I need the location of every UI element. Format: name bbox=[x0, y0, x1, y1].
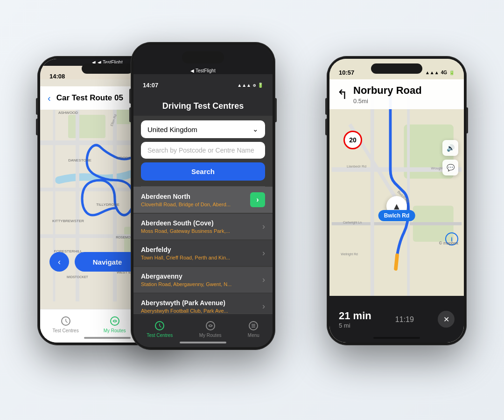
country-value: United Kingdom bbox=[147, 126, 197, 133]
centre-info-3: Abergavenny Station Road, Abergavenny, G… bbox=[141, 273, 262, 287]
country-selector[interactable]: United Kingdom ⌄ bbox=[141, 120, 265, 138]
nav-test-centres-left[interactable]: Test Centres bbox=[53, 315, 79, 333]
list-item[interactable]: Abergavenny Station Road, Abergavenny, G… bbox=[133, 267, 273, 293]
search-button[interactable]: Search bbox=[141, 162, 265, 181]
search-input-field[interactable]: Search by Postcode or Centre Name bbox=[141, 142, 265, 159]
centre-address-0: Cloverhill Road, Bridge of Don, Aberd... bbox=[141, 202, 250, 207]
g-icon-right: 4G bbox=[441, 70, 447, 75]
center-header: Driving Test Centres bbox=[133, 95, 273, 116]
bwlch-label: Bwlch Rd bbox=[378, 210, 415, 221]
centre-name-4: Aberystwyth (Park Avenue) bbox=[141, 299, 262, 307]
search-placeholder: Search by Postcode or Centre Name bbox=[147, 147, 254, 154]
svg-rect-1 bbox=[68, 115, 105, 138]
back-button-left[interactable]: ‹ bbox=[48, 93, 51, 104]
distance-label: 0.5mi bbox=[353, 98, 422, 105]
street-name: Norbury Road bbox=[353, 84, 422, 97]
chevron-right-icon-3: › bbox=[262, 275, 265, 285]
center-volume-up[interactable] bbox=[129, 89, 131, 104]
centre-address-3: Station Road, Abergavenny, Gwent, N... bbox=[141, 281, 262, 287]
svg-text:MIDSTOCKET: MIDSTOCKET bbox=[67, 275, 88, 279]
eta-time: 21 min bbox=[339, 310, 371, 322]
close-icon: ✕ bbox=[443, 315, 449, 324]
nav-header-right: ↰ Norbury Road 0.5mi bbox=[329, 79, 464, 109]
status-icons-right: ▲▲▲ 4G 🔋 bbox=[425, 70, 455, 75]
status-icons-center: ▲▲▲ ⌾ 🔋 bbox=[237, 83, 263, 88]
map-area-right: Llanbedr Rd Bwlch Rd Wroughton Pl Cartwr… bbox=[329, 79, 464, 296]
eta-distance: 5 mi bbox=[339, 322, 371, 329]
nav-my-routes-left[interactable]: My Routes bbox=[104, 315, 126, 333]
right-volume-up[interactable] bbox=[325, 98, 327, 115]
time-center: 14:07 bbox=[143, 82, 158, 89]
chevron-down-icon: ⌄ bbox=[252, 125, 259, 133]
right-power-btn[interactable] bbox=[466, 107, 468, 133]
right-volume-down[interactable] bbox=[325, 119, 327, 135]
navigate-button[interactable]: Navigate bbox=[75, 252, 140, 272]
volume-up-btn[interactable] bbox=[36, 98, 38, 115]
eta-clock: 11:19 bbox=[395, 315, 414, 324]
wifi-icon-center: ⌾ bbox=[253, 83, 256, 88]
signal-icon-right: ▲▲▲ bbox=[425, 70, 439, 75]
speed-limit-value: 20 bbox=[349, 136, 357, 144]
testflight-label-center: ◀ TestFlight bbox=[190, 68, 215, 73]
nav-label-menu-center: Menu bbox=[248, 333, 259, 338]
svg-text:KITTYBREWSTER: KITTYBREWSTER bbox=[52, 219, 84, 223]
battery-icon-right: 🔋 bbox=[449, 70, 455, 75]
menu-icon-center bbox=[248, 320, 259, 331]
list-item[interactable]: Aberdeen South (Cove) Moss Road, Gateway… bbox=[133, 214, 273, 239]
my-routes-icon bbox=[109, 315, 120, 327]
list-item[interactable]: Aberystwyth (Park Avenue) Aberystwyth Fo… bbox=[133, 294, 273, 314]
eta-panel: 21 min 5 mi 11:19 ✕ bbox=[329, 296, 464, 343]
centre-address-4: Aberystwyth Football Club, Park Ave... bbox=[141, 308, 262, 314]
home-indicator-right bbox=[373, 337, 420, 339]
list-item[interactable]: Aberfeldy Town Hall, Crieff Road, Perth … bbox=[133, 240, 273, 266]
home-indicator-left bbox=[84, 337, 131, 339]
nav-menu-center[interactable]: Menu bbox=[248, 320, 259, 338]
center-volume-down[interactable] bbox=[129, 107, 131, 122]
svg-text:Wellright Rd: Wellright Rd bbox=[341, 252, 358, 256]
nav-label-test-centres: Test Centres bbox=[53, 328, 79, 333]
time-left: 14:08 bbox=[49, 73, 65, 80]
svg-text:TILLYDRONE: TILLYDRONE bbox=[96, 203, 119, 207]
chat-button[interactable]: 💬 bbox=[442, 160, 458, 175]
test-centres-icon-center bbox=[154, 320, 165, 331]
dynamic-island-center bbox=[182, 51, 224, 63]
chevron-right-icon-1: › bbox=[262, 222, 265, 231]
chevron-right-icon-0: › bbox=[250, 192, 265, 207]
centre-name-1: Aberdeen South (Cove) bbox=[141, 219, 262, 227]
close-button[interactable]: ✕ bbox=[438, 311, 455, 328]
signal-icon-center: ▲▲▲ bbox=[237, 83, 251, 88]
centre-list: Aberdeen North Cloverhill Road, Bridge o… bbox=[133, 187, 273, 314]
list-item[interactable]: Aberdeen North Cloverhill Road, Bridge o… bbox=[133, 187, 273, 213]
speed-limit-sign: 20 bbox=[343, 131, 362, 149]
nav-test-centres-center[interactable]: Test Centres bbox=[147, 320, 173, 338]
centre-info-2: Aberfeldy Town Hall, Crieff Road, Perth … bbox=[141, 246, 262, 260]
map-svg-right: Llanbedr Rd Bwlch Rd Wroughton Pl Cartwr… bbox=[329, 79, 464, 296]
nav-label-my-routes: My Routes bbox=[104, 328, 126, 333]
phones-container: ◀ ◀ TestFlight 14:08 ▲▲▲ 🔋 ‹ Car Test Ro… bbox=[23, 19, 481, 401]
centre-name-2: Aberfeldy bbox=[141, 246, 262, 253]
my-routes-icon-center bbox=[205, 320, 216, 331]
center-power-btn[interactable] bbox=[275, 98, 277, 122]
chevron-right-icon-2: › bbox=[262, 248, 265, 258]
nav-label-my-routes-center: My Routes bbox=[199, 333, 222, 338]
volume-down-btn[interactable] bbox=[36, 119, 38, 135]
svg-text:Llanbedr Rd: Llanbedr Rd bbox=[347, 164, 366, 168]
right-phone-screen: 10:57 ▲▲▲ 4G 🔋 ↰ Norbury Road 0.5mi bbox=[329, 59, 464, 343]
svg-text:DANESTONE: DANESTONE bbox=[68, 158, 91, 162]
nav-my-routes-center[interactable]: My Routes bbox=[199, 320, 222, 338]
mapbox-attribution: © mapbox bbox=[439, 241, 458, 245]
svg-point-34 bbox=[206, 322, 215, 330]
test-centres-icon bbox=[60, 315, 71, 327]
prev-route-btn[interactable]: ‹ bbox=[49, 252, 69, 272]
volume-button[interactable]: 🔊 bbox=[442, 140, 458, 156]
centre-address-1: Moss Road, Gateway Business Park,... bbox=[141, 228, 262, 234]
svg-point-28 bbox=[111, 317, 119, 325]
left-notch bbox=[82, 63, 133, 74]
center-title: Driving Test Centres bbox=[141, 101, 265, 111]
centre-info-1: Aberdeen South (Cove) Moss Road, Gateway… bbox=[141, 219, 262, 234]
time-right: 10:57 bbox=[339, 69, 354, 76]
phone-right: 10:57 ▲▲▲ 4G 🔋 ↰ Norbury Road 0.5mi bbox=[327, 56, 467, 345]
svg-text:Cartwright Ln: Cartwright Ln bbox=[343, 221, 362, 224]
chevron-right-icon-4: › bbox=[262, 301, 265, 311]
turn-icon: ↰ bbox=[337, 87, 348, 102]
